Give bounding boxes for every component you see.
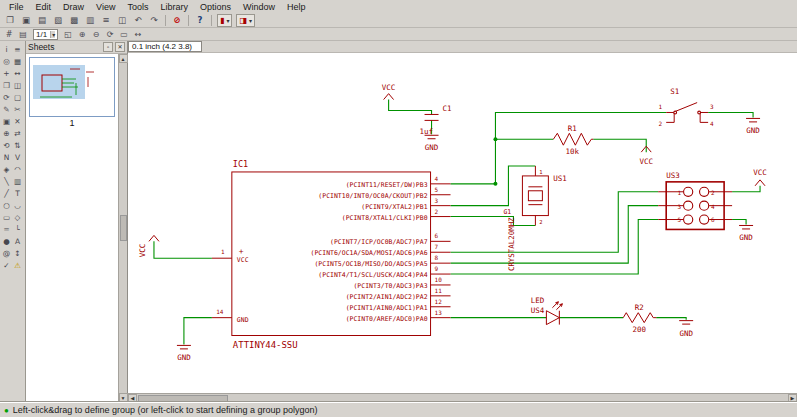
- us3-header[interactable]: US3 1 2 3 4 5 6: [658, 171, 732, 230]
- us1-crystal[interactable]: US1 G1 1 2 CRYSTAL20MHZ: [503, 166, 566, 271]
- delete-tool-icon[interactable]: ✕: [12, 115, 23, 127]
- component-value: 10k: [566, 147, 580, 156]
- undo-icon[interactable]: ↶: [131, 14, 145, 26]
- cut-tool-icon[interactable]: ✂: [12, 103, 23, 115]
- sheets-scrollbar[interactable]: ▲ ▼: [118, 54, 127, 402]
- polygon-tool-icon[interactable]: ◇: [12, 211, 23, 223]
- close-icon[interactable]: ✕: [115, 42, 125, 52]
- wire-tool-icon[interactable]: ╱: [1, 187, 12, 199]
- pinswap-tool-icon[interactable]: ⇄: [12, 127, 23, 139]
- sheet-selector[interactable]: 1/1 ▾: [33, 29, 58, 40]
- menu-file[interactable]: File: [3, 1, 30, 13]
- r2-resistor[interactable]: R2 200: [623, 303, 656, 334]
- component-ref: US3: [666, 171, 680, 180]
- mark-tool-icon[interactable]: +: [1, 67, 12, 79]
- open-folder-icon[interactable]: ❐: [3, 14, 17, 26]
- dock-icon[interactable]: ▫: [103, 42, 113, 52]
- library-icon[interactable]: ▥: [83, 14, 97, 26]
- bus-tool-icon[interactable]: ═: [1, 223, 12, 235]
- window-icon[interactable]: ◫: [115, 14, 129, 26]
- move-tool-icon[interactable]: ↔: [12, 67, 23, 79]
- canvas-hscrollbar[interactable]: ◀ ▶: [128, 393, 797, 402]
- name-tool-icon[interactable]: N: [1, 151, 12, 163]
- zoom-out-icon[interactable]: ⊖: [90, 29, 102, 40]
- scrollbar-thumb[interactable]: [120, 215, 127, 241]
- redraw-icon[interactable]: ⟳: [104, 29, 116, 40]
- replace-tool-icon[interactable]: ⟲: [1, 139, 12, 151]
- save-icon[interactable]: ▣: [19, 14, 33, 26]
- tool-dropdown-b[interactable]: ◨ ▾: [236, 14, 255, 27]
- header-pad: [684, 215, 693, 224]
- arc-tool-icon[interactable]: ◡: [12, 199, 23, 211]
- attribute-tool-icon[interactable]: @: [1, 247, 12, 259]
- ic1-symbol[interactable]: IC1 ATTINY44-SSU + 1 VCC 14 GND 4 (PCINT…: [212, 159, 451, 350]
- menu-view[interactable]: View: [90, 1, 121, 13]
- layer-settings-tool-icon[interactable]: ≡: [12, 43, 23, 55]
- junction-tool-icon[interactable]: ●: [1, 235, 12, 247]
- board-switch-icon[interactable]: ▩: [67, 14, 81, 26]
- miter-tool-icon[interactable]: ◠: [12, 163, 23, 175]
- label-tool-icon[interactable]: A: [12, 235, 23, 247]
- c1-capacitor[interactable]: C1 1uf: [420, 105, 452, 137]
- group-tool-icon[interactable]: ▢: [12, 91, 23, 103]
- component-ref: R1: [568, 124, 577, 133]
- paste-tool-icon[interactable]: ▣: [1, 115, 12, 127]
- pin-name: GND: [237, 316, 249, 324]
- menu-window[interactable]: Window: [237, 1, 281, 13]
- pin-name: (PCINT2/AIN1/ADC2)PA2: [346, 293, 428, 301]
- tool-dropdown-a[interactable]: ▮ ▾: [217, 14, 232, 27]
- menu-draw[interactable]: Draw: [57, 1, 90, 13]
- circle-tool-icon[interactable]: ○: [1, 199, 12, 211]
- grid-icon[interactable]: #: [3, 29, 15, 40]
- net-wires[interactable]: [154, 100, 760, 345]
- invoke-tool-icon[interactable]: ▥: [12, 175, 23, 187]
- mirror-tool-icon[interactable]: ◫: [12, 79, 23, 91]
- copy-tool-icon[interactable]: ❐: [1, 79, 12, 91]
- sheet-thumbnail[interactable]: [29, 57, 115, 117]
- zoom-fit-icon[interactable]: ◱: [62, 29, 74, 40]
- pan-icon[interactable]: ↔: [132, 29, 144, 40]
- display-tool-icon[interactable]: ▦: [12, 55, 23, 67]
- change-tool-icon[interactable]: ✎: [1, 103, 12, 115]
- split-tool-icon[interactable]: ╲: [1, 175, 12, 187]
- statusbar: ● Left-click&drag to define group (or le…: [0, 402, 797, 417]
- options-icon[interactable]: ≡: [99, 14, 113, 26]
- gateswap-tool-icon[interactable]: ⇅: [12, 139, 23, 151]
- scroll-up-icon[interactable]: ▲: [119, 54, 128, 63]
- us4-led[interactable]: LED US4: [531, 296, 562, 325]
- menu-options[interactable]: Options: [194, 1, 237, 13]
- info-tool-icon[interactable]: i: [1, 43, 12, 55]
- r1-resistor[interactable]: R1 10k: [553, 124, 593, 156]
- erc-tool-icon[interactable]: ✓: [1, 259, 12, 271]
- text-tool-icon[interactable]: T: [12, 187, 23, 199]
- net-sck: [451, 220, 659, 275]
- zoom-select-icon[interactable]: ▭: [118, 29, 130, 40]
- smash-tool-icon[interactable]: ◈: [1, 163, 12, 175]
- s1-switch[interactable]: S1 1 3 2 4: [659, 87, 715, 128]
- dimension-tool-icon[interactable]: ↕: [12, 247, 23, 259]
- schematic-canvas[interactable]: IC1 ATTINY44-SSU + 1 VCC 14 GND 4 (PCINT…: [128, 53, 797, 393]
- menu-library[interactable]: Library: [154, 1, 194, 13]
- gnd-symbols[interactable]: GND GND GND GND GND: [177, 118, 760, 362]
- menu-edit[interactable]: Edit: [30, 1, 58, 13]
- stop-icon[interactable]: ⊘: [170, 14, 184, 26]
- print-icon[interactable]: ▤: [35, 14, 49, 26]
- scroll-down-icon[interactable]: ▼: [119, 393, 128, 402]
- net-tool-icon[interactable]: └: [12, 223, 23, 235]
- menu-help[interactable]: Help: [281, 1, 312, 13]
- cam-processor-icon[interactable]: ▧: [51, 14, 65, 26]
- help-icon[interactable]: ?: [193, 14, 207, 26]
- show-tool-icon[interactable]: ◎: [1, 55, 12, 67]
- add-part-tool-icon[interactable]: ⊕: [1, 127, 12, 139]
- scrollbar-thumb[interactable]: [138, 395, 228, 402]
- erc-errors-tool-icon[interactable]: ⚠: [12, 259, 23, 271]
- layers-icon[interactable]: ▤: [17, 29, 29, 40]
- resistor-zigzag: [623, 313, 656, 323]
- redo-icon[interactable]: ↷: [147, 14, 161, 26]
- zoom-in-icon[interactable]: ⊕: [76, 29, 88, 40]
- component-value: ATTINY44-SSU: [233, 340, 298, 350]
- value-tool-icon[interactable]: V: [12, 151, 23, 163]
- menu-tools[interactable]: Tools: [121, 1, 154, 13]
- rotate-tool-icon[interactable]: ⟳: [1, 91, 12, 103]
- rect-tool-icon[interactable]: ▭: [1, 211, 12, 223]
